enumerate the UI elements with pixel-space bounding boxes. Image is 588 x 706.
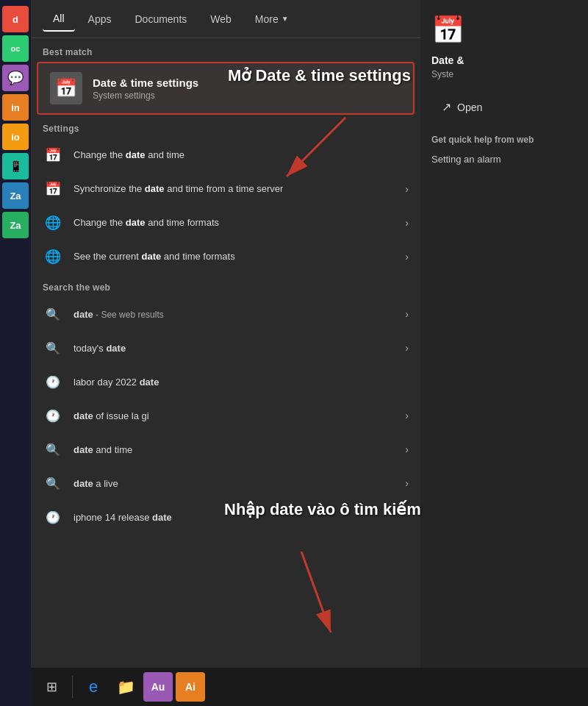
- settings-item-text-1: Change the date and time: [74, 149, 409, 162]
- right-detail-panel: 📅 Date & Syste ↗ Open Get quick help fro…: [419, 0, 588, 706]
- left-taskbar: d oc 💬 in io 📱 Za Za: [0, 0, 31, 706]
- web-item-5[interactable]: 🔍 date and time ›: [31, 432, 420, 466]
- tab-all[interactable]: All: [43, 7, 75, 32]
- chevron-right-icon-2: ›: [405, 217, 409, 229]
- right-detail-app-icon: 📅: [431, 15, 576, 46]
- taskbar-icon-7[interactable]: Za: [2, 182, 29, 209]
- search-tabs: All Apps Documents Web More ▼: [31, 0, 420, 38]
- search-panel: All Apps Documents Web More ▼ Best match…: [31, 0, 420, 706]
- chevron-right-icon-3: ›: [405, 251, 409, 263]
- web-item-6[interactable]: 🔍 date a live ›: [31, 466, 420, 500]
- settings-item-text-2: Synchronize the date and time from a tim…: [74, 182, 395, 196]
- taskbar-icon-8[interactable]: Za: [2, 212, 29, 238]
- taskbar-snap-button[interactable]: ⊞: [37, 672, 66, 702]
- tab-apps[interactable]: Apps: [78, 7, 122, 31]
- search-icon-4: 🔍: [43, 473, 63, 493]
- best-match-result[interactable]: 📅 Date & time settings System settings: [37, 62, 415, 115]
- search-icon-3: 🔍: [43, 439, 63, 460]
- web-item-7[interactable]: 🕐 iphone 14 release date: [31, 500, 420, 534]
- taskbar-icon-1[interactable]: d: [2, 6, 29, 32]
- chevron-right-icon-6: ›: [405, 410, 409, 421]
- bottom-taskbar: ⊞ e 📁 Au Ai: [31, 668, 588, 706]
- history-icon-1: 🕐: [43, 371, 63, 392]
- chevron-right-icon-5: ›: [405, 342, 409, 354]
- taskbar-ai-button[interactable]: Ai: [176, 672, 205, 702]
- sync-calendar-icon: 📅: [43, 179, 63, 199]
- settings-item-text-4: See the current date and time formats: [74, 250, 395, 263]
- web-item-text-2: today's date: [74, 343, 395, 354]
- calendar-clock-icon: 📅: [43, 145, 63, 165]
- taskbar-icon-4[interactable]: in: [2, 94, 29, 121]
- taskbar-icon-2[interactable]: oc: [2, 35, 29, 62]
- web-item-1[interactable]: 🔍 date - See web results ›: [31, 297, 420, 331]
- globe-calendar-icon: 🌐: [43, 213, 63, 233]
- web-item-2[interactable]: 🔍 today's date ›: [31, 331, 420, 365]
- chevron-right-icon-4: ›: [405, 308, 409, 320]
- web-item-text-6: date a live: [74, 478, 395, 489]
- taskbar-edge-button[interactable]: e: [79, 672, 108, 702]
- chevron-right-icon-7: ›: [405, 443, 409, 455]
- history-icon-2: 🕐: [43, 405, 63, 426]
- right-detail-title: Date &: [431, 54, 576, 66]
- search-results: Best match 📅 Date & time settings System…: [31, 38, 420, 668]
- chevron-down-icon: ▼: [282, 15, 289, 23]
- quick-help-title: Get quick help from web: [431, 135, 576, 145]
- settings-item-2[interactable]: 📅 Synchronize the date and time from a t…: [31, 172, 420, 206]
- best-match-label: Best match: [31, 38, 420, 62]
- help-item-alarm[interactable]: Setting an alarm: [431, 151, 576, 168]
- taskbar-icon-6[interactable]: 📱: [2, 153, 29, 179]
- web-item-text-1: date - See web results: [74, 309, 395, 320]
- settings-label: Settings: [31, 115, 420, 138]
- web-item-text-7: iphone 14 release date: [74, 512, 409, 523]
- settings-item-4[interactable]: 🌐 See the current date and time formats …: [31, 240, 420, 274]
- chevron-right-icon-8: ›: [405, 477, 409, 489]
- taskbar-au-button[interactable]: Au: [143, 672, 173, 702]
- history-icon-3: 🕐: [43, 507, 63, 527]
- tab-documents[interactable]: Documents: [124, 7, 197, 31]
- web-item-4[interactable]: 🕐 date of issue la gi ›: [31, 399, 420, 432]
- tab-web[interactable]: Web: [200, 7, 242, 31]
- web-item-text-4: date of issue la gi: [74, 410, 395, 421]
- settings-item-3[interactable]: 🌐 Change the date and time formats ›: [31, 206, 420, 240]
- best-match-subtitle: System settings: [93, 90, 198, 101]
- globe-clock-icon: 🌐: [43, 246, 63, 267]
- search-icon-2: 🔍: [43, 338, 63, 358]
- best-match-info: Date & time settings System settings: [93, 76, 198, 101]
- taskbar-icon-5[interactable]: io: [2, 124, 29, 150]
- web-item-text-3: labor day 2022 date: [74, 377, 409, 388]
- settings-item-1[interactable]: 📅 Change the date and time: [31, 138, 420, 172]
- right-detail-subtitle: Syste: [431, 69, 576, 79]
- open-button[interactable]: ↗ Open: [431, 94, 576, 120]
- quick-help-section: Get quick help from web Setting an alarm: [431, 135, 576, 168]
- chevron-right-icon-1: ›: [405, 183, 409, 195]
- taskbar-icon-3[interactable]: 💬: [2, 65, 29, 91]
- search-icon-1: 🔍: [43, 304, 63, 324]
- web-item-3[interactable]: 🕐 labor day 2022 date: [31, 365, 420, 399]
- taskbar-folder-button[interactable]: 📁: [111, 672, 140, 702]
- taskbar-separator-1: [72, 676, 73, 698]
- best-match-title: Date & time settings: [93, 76, 198, 89]
- tab-more[interactable]: More ▼: [245, 7, 299, 31]
- settings-item-text-3: Change the date and time formats: [74, 216, 395, 229]
- web-item-text-5: date and time: [74, 444, 395, 455]
- open-icon: ↗: [442, 100, 451, 114]
- best-match-app-icon: 📅: [50, 72, 82, 104]
- web-search-label: Search the web: [31, 274, 420, 297]
